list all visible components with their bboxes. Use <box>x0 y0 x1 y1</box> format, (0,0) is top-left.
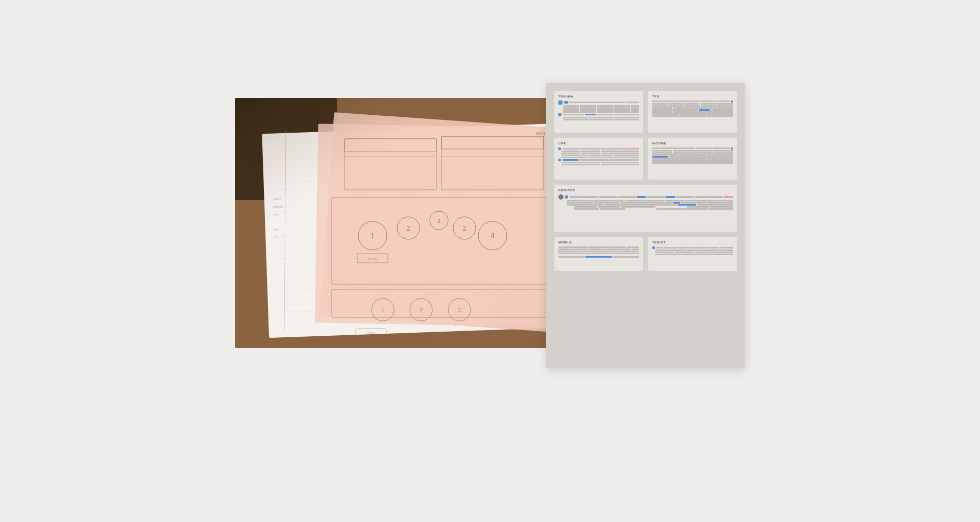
desktop-wireframe <box>558 194 733 228</box>
main-container: MAIN 1 2 3 2 4 BACK <box>235 83 745 440</box>
trauma-wireframe <box>558 101 639 129</box>
trauma-section: TRAUMA <box>554 91 643 133</box>
income-wireframe <box>652 147 733 176</box>
income-section: INCOME <box>648 138 737 180</box>
life-table <box>558 147 639 166</box>
mobile-table <box>558 246 639 258</box>
life-section: LIFE <box>554 138 643 180</box>
desktop-table <box>558 194 733 210</box>
life-wireframe <box>558 147 639 176</box>
tablet-section: TABLET <box>648 237 737 271</box>
tablet-label: TABLET <box>652 241 733 244</box>
income-label: INCOME <box>652 142 733 145</box>
panel-card: TRAUMA TPD <box>546 83 745 368</box>
life-label: LIFE <box>558 142 639 145</box>
tpd-section: TPD <box>648 91 737 133</box>
tpd-table <box>652 101 733 117</box>
tpd-label: TPD <box>652 95 733 98</box>
tablet-table <box>652 246 733 256</box>
tablet-wireframe <box>652 246 733 267</box>
desktop-label: DESKTOP <box>558 189 733 192</box>
mobile-label: MOBILE <box>558 241 639 244</box>
tpd-wireframe <box>652 101 733 129</box>
mobile-section: MOBILE <box>554 237 643 271</box>
panel-grid: TRAUMA TPD <box>554 91 737 271</box>
income-table <box>652 147 733 164</box>
trauma-label: TRAUMA <box>558 95 639 98</box>
desktop-section: DESKTOP <box>554 185 737 232</box>
mobile-wireframe <box>558 246 639 267</box>
trauma-table <box>558 101 639 121</box>
